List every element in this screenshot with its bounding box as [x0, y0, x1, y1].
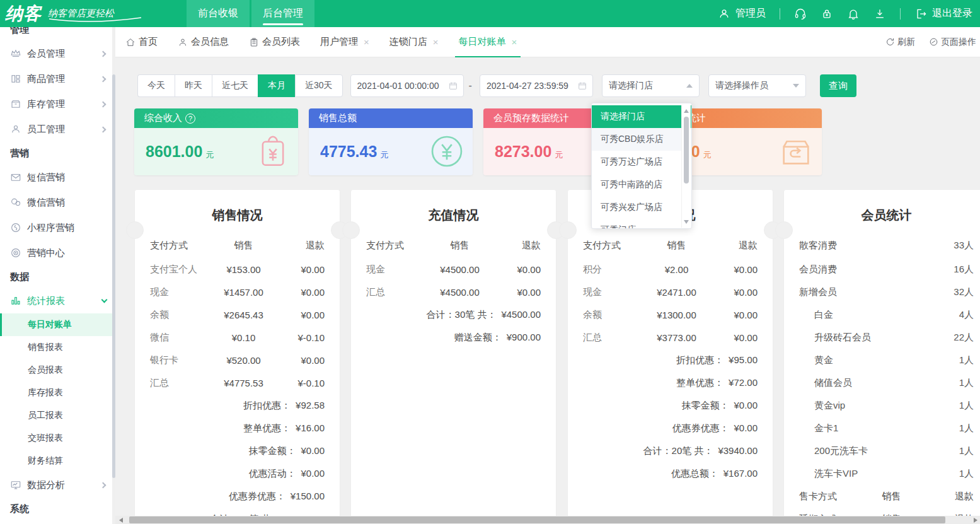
top-header: 纳客 纳客管店更轻松 前台收银 后台管理 管理员 退出登录 [0, 0, 980, 27]
help-icon[interactable]: ? [185, 114, 195, 124]
sidebar-item-sms[interactable]: 短信营销 [0, 165, 115, 190]
col-refund: 退款 [274, 240, 325, 252]
refresh-button[interactable]: 刷新 [885, 37, 915, 48]
dropdown-option[interactable]: 可秀门店 [592, 219, 691, 229]
date-range-separator: - [469, 80, 472, 91]
sidebar-item-inventory-report[interactable]: 库存报表 [0, 381, 115, 404]
sidebar-item-staff-report[interactable]: 员工报表 [0, 404, 115, 427]
operator-select-value: 请选择操作员 [715, 80, 768, 91]
nav-tab-admin[interactable]: 后台管理 [251, 0, 314, 27]
sidebar-item-goods[interactable]: 商品管理 [0, 66, 115, 91]
staff-icon [10, 124, 21, 135]
horizontal-scrollbar-thumb[interactable] [129, 516, 945, 523]
table-row: 支付宝个人¥153.00¥0.00 [135, 258, 340, 281]
table-row: 汇总¥4775.53¥-0.10 [135, 371, 340, 394]
chevron-down-icon [101, 297, 108, 303]
logout-button[interactable]: 退出登录 [914, 7, 972, 20]
chevron-right-icon [100, 126, 107, 132]
close-icon[interactable]: × [433, 37, 439, 47]
dropdown-option[interactable]: 可秀万达广场店 [592, 151, 691, 173]
sidebar-item-label: 小程序营销 [27, 222, 74, 234]
table-row: 积分¥2.00¥0.00 [568, 258, 773, 281]
home-icon [125, 37, 135, 47]
sidebar-item-staff[interactable]: 员工管理 [0, 117, 115, 142]
sidebar-item-wechat[interactable]: 微信营销 [0, 190, 115, 215]
stat-card-title: 销售总额 [319, 112, 357, 124]
header-nav: 前台收银 后台管理 [187, 0, 316, 27]
panel-consumption: 消费情况 支付方式 销售 退款 积分¥2.00¥0.00 现金¥2471.00¥… [567, 189, 773, 524]
tab-user-management[interactable]: 用户管理 × [310, 27, 379, 57]
sidebar-item-data-analysis[interactable]: 数据分析 [0, 472, 115, 498]
end-date-input[interactable]: 2021-04-27 23:59:59 [480, 74, 593, 97]
nav-tab-cashier-label: 前台收银 [198, 7, 238, 20]
sidebar-section-data: 数据 [0, 265, 115, 288]
sidebar-item-inventory[interactable]: 库存管理 [0, 91, 115, 117]
stat-card-title: 会员预存数据统计 [493, 112, 569, 124]
sidebar-item-reports[interactable]: 统计报表 [0, 288, 115, 313]
range-today-button[interactable]: 今天 [137, 74, 175, 97]
dropdown-option[interactable]: 可秀兴发广场店 [592, 196, 691, 219]
close-icon[interactable]: × [512, 37, 517, 47]
stat-card-body: 4775.43 元 [309, 128, 473, 175]
horizontal-scrollbar[interactable] [115, 516, 980, 524]
table-row: 汇总¥4500.00¥0.00 [351, 281, 556, 303]
stat-card-unit: 元 [555, 149, 563, 161]
sidebar-item-members[interactable]: 会员管理 [0, 41, 115, 66]
current-user[interactable]: 管理员 [718, 7, 766, 20]
wechat-icon [10, 197, 21, 208]
sidebar-item-member-report[interactable]: 会员报表 [0, 359, 115, 381]
dropdown-option[interactable]: 可秀中南路的店 [592, 173, 691, 196]
stat-card-value: 8273.00 [495, 143, 551, 161]
range-yesterday-button[interactable]: 昨天 [175, 74, 212, 97]
lock-icon[interactable] [821, 8, 833, 20]
tab-member-info[interactable]: 会员信息 [168, 27, 239, 57]
range-month-button[interactable]: 本月 [258, 74, 295, 97]
scroll-up-icon[interactable] [684, 109, 689, 113]
table-row: 现金¥1457.00¥0.00 [135, 281, 340, 303]
sidebar-scrollbar[interactable] [112, 27, 115, 524]
chevron-right-icon [100, 76, 107, 82]
stat-row: 会员消费16人 [784, 258, 980, 281]
table-header: 支付方式 销售 退款 [568, 233, 773, 258]
headset-icon[interactable] [794, 8, 807, 20]
stat-row: 黄金vip1人 [784, 394, 980, 417]
dropdown-option[interactable]: 请选择门店 [592, 105, 691, 128]
sidebar-item-daily-statement[interactable]: 每日对账单 [0, 313, 115, 336]
table-row: 现金¥2471.00¥0.00 [568, 281, 773, 303]
tab-daily-statement[interactable]: 每日对账单 × [449, 27, 527, 57]
scroll-left-icon[interactable] [119, 518, 123, 523]
operator-select[interactable]: 请选择操作员 [708, 74, 806, 97]
dropdown-scrollbar-thumb[interactable] [684, 117, 689, 183]
dropdown-scrollbar[interactable] [681, 105, 691, 228]
range-30days-button[interactable]: 近30天 [295, 74, 343, 97]
nav-tab-cashier[interactable]: 前台收银 [187, 0, 250, 27]
sidebar-item-marketing-center[interactable]: 营销中心 [0, 240, 115, 265]
stat-row: 升级砖石会员22人 [784, 326, 980, 349]
tab-home[interactable]: 首页 [115, 27, 168, 57]
scroll-down-icon[interactable] [684, 220, 689, 224]
summary-row: 整单优惠：¥16.00 [135, 417, 340, 440]
sidebar-item-shift-report[interactable]: 交班报表 [0, 427, 115, 450]
sidebar-item-finance-settle[interactable]: 财务结算 [0, 450, 115, 472]
page-operations-button[interactable]: 页面操作 [929, 37, 976, 48]
tab-chain-stores[interactable]: 连锁门店 × [379, 27, 449, 57]
page-operations-label: 页面操作 [941, 37, 976, 48]
search-button[interactable]: 查询 [820, 74, 856, 97]
summary-row: 赠送金额：¥900.00 [351, 326, 556, 349]
refresh-label: 刷新 [897, 37, 915, 48]
table-header: 支付方式 销售 退款 [135, 233, 340, 258]
sidebar-item-miniapp[interactable]: 小程序营销 [0, 215, 115, 240]
bell-icon[interactable] [847, 8, 860, 20]
range-7days-button[interactable]: 近七天 [212, 74, 258, 97]
stat-row: 储值会员1人 [784, 371, 980, 394]
dropdown-option[interactable]: 可秀CBD娱乐店 [592, 128, 691, 151]
close-icon[interactable]: × [364, 37, 369, 47]
download-icon[interactable] [873, 8, 886, 20]
inventory-icon [10, 98, 21, 110]
store-select[interactable]: 请选择门店 [602, 74, 700, 97]
sidebar-item-sales-report[interactable]: 销售报表 [0, 336, 115, 359]
sidebar-scrollbar-thumb[interactable] [112, 74, 115, 478]
start-date-input[interactable]: 2021-04-01 00:00:00 [350, 74, 464, 97]
scroll-right-icon[interactable] [974, 518, 977, 523]
tab-member-list[interactable]: 会员列表 [239, 27, 310, 57]
